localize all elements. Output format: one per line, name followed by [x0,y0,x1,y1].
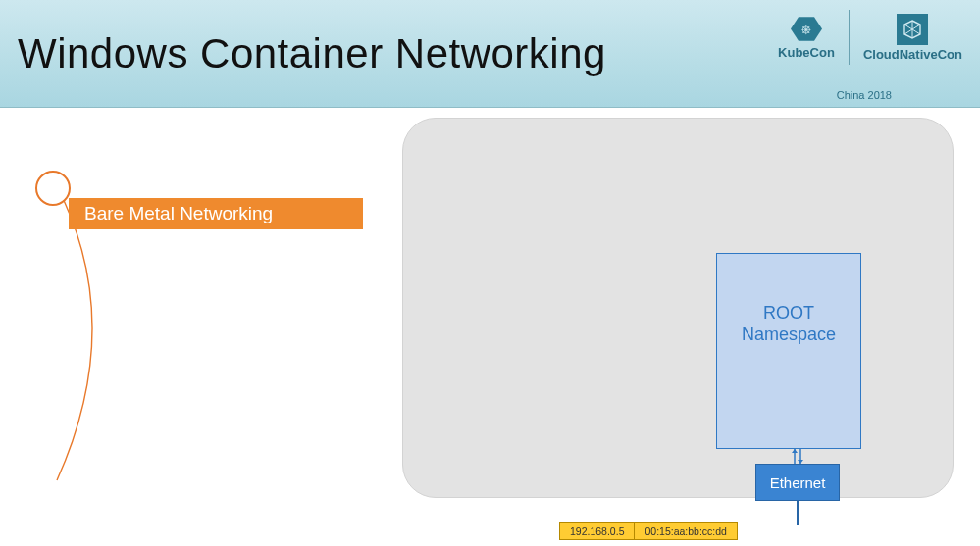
kubecon-helm-icon: ⎈ [791,16,822,43]
curve-circle-icon [35,171,71,206]
slide-body: Bare Metal Networking ROOT Namespace Eth… [0,108,980,546]
cloudnativecon-logo-block: CloudNativeCon [863,14,962,62]
kubecon-logo-block: ⎈ KubeCon [778,16,835,60]
cloudnativecon-label: CloudNativeCon [863,47,962,62]
header-logos: ⎈ KubeCon CloudNativeCon [778,10,962,65]
ethernet-box: Ethernet [755,464,840,501]
ethernet-label: Ethernet [770,474,826,491]
svg-marker-5 [792,449,798,453]
kubecon-label: KubeCon [778,45,835,60]
root-namespace-box: ROOT Namespace [716,253,861,449]
connector-arrows [791,449,804,464]
cube-icon [903,20,922,39]
logo-divider [849,10,850,65]
address-info-strip: 192.168.0.5 00:15:aa:bb:cc:dd [559,522,738,540]
cloudnativecon-icon [897,14,928,45]
root-namespace-line2: Namespace [742,324,836,346]
mac-address-cell: 00:15:aa:bb:cc:dd [634,523,736,539]
event-subtitle: China 2018 [837,89,892,101]
ip-address-cell: 192.168.0.5 [560,523,634,539]
ethernet-down-connector [797,501,799,525]
root-namespace-line1: ROOT [763,303,814,324]
section-subtitle-text: Bare Metal Networking [84,203,273,224]
slide-title: Windows Container Networking [18,30,606,77]
slide-header: Windows Container Networking ⎈ KubeCon C… [0,0,980,108]
diagram-panel [402,118,954,498]
section-subtitle-bar: Bare Metal Networking [69,198,363,229]
